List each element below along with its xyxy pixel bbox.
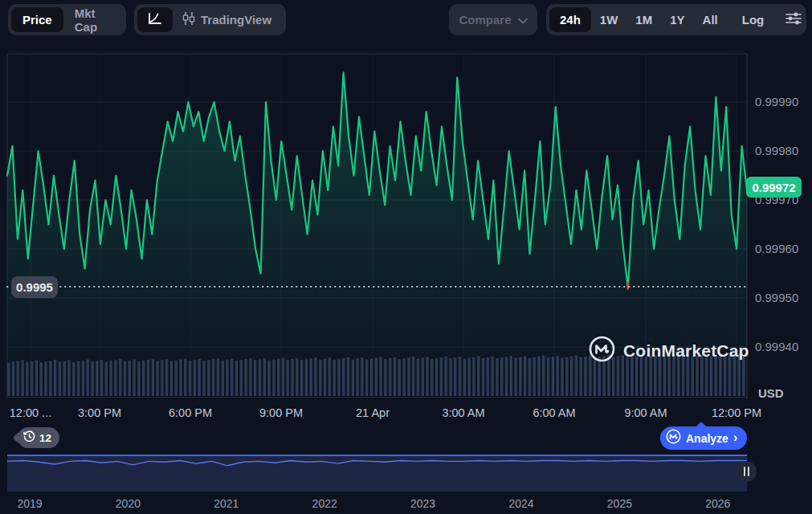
- navigator-resize-handle[interactable]: [736, 461, 757, 482]
- coinmarketcap-watermark: CoinMarketCap: [589, 336, 749, 365]
- navigator-selection[interactable]: [7, 455, 746, 492]
- history-clock-icon: [23, 430, 35, 445]
- watermark-label: CoinMarketCap: [623, 341, 749, 361]
- analyze-button[interactable]: Analyze ›: [660, 426, 747, 450]
- analyze-label: Analyze: [686, 432, 728, 445]
- history-count-label: 12: [39, 432, 51, 444]
- current-price-badge: 0.99972: [746, 177, 802, 198]
- history-count-badge[interactable]: 12: [18, 427, 59, 448]
- price-chart-app: Price Mkt Cap TradingView Compare 24h1W1…: [0, 0, 812, 514]
- coinmarketcap-logo-icon: [589, 336, 615, 365]
- threshold-price-badge: 0.9995: [11, 276, 58, 298]
- analyze-chevron-icon: ›: [733, 430, 737, 445]
- analyze-cmc-icon: [666, 429, 681, 447]
